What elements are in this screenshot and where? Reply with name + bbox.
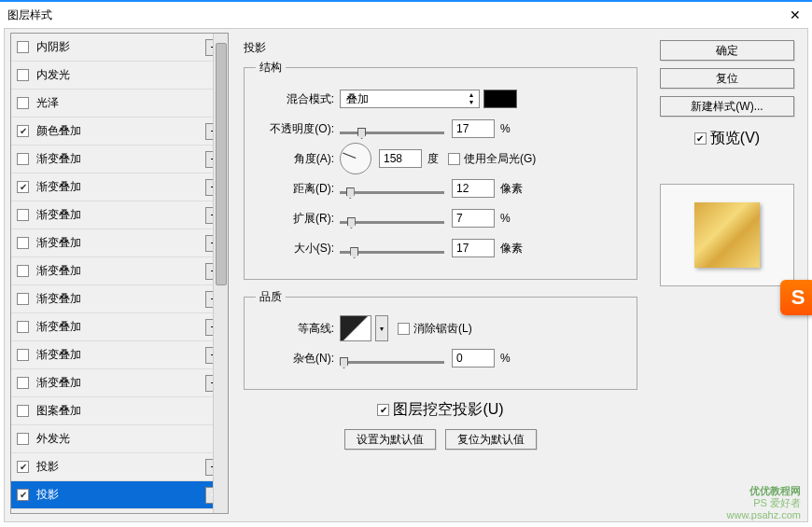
angle-input[interactable]: 158 [379, 149, 422, 168]
settings-panel: 投影 结构 混合模式: 叠加 ▴▾ 不透明度(O): 17 % [229, 33, 652, 518]
angle-dial[interactable] [340, 143, 371, 174]
effect-checkbox[interactable] [17, 181, 29, 193]
effect-row[interactable]: 渐变叠加+ [11, 341, 228, 369]
effect-checkbox[interactable] [17, 405, 29, 417]
quality-group: 品质 等高线: ▾ 消除锯齿(L) 杂色(N): 0 % [244, 289, 637, 390]
effect-label: 渐变叠加 [36, 207, 81, 223]
effect-row[interactable]: 颜色叠加+ [11, 118, 228, 146]
effect-checkbox[interactable] [17, 97, 29, 109]
effect-label: 投影 [36, 459, 59, 475]
reset-button[interactable]: 复位 [660, 68, 794, 89]
effect-row[interactable]: 渐变叠加+ [11, 173, 228, 201]
spread-label: 扩展(R): [256, 211, 334, 227]
effect-row[interactable]: 内发光 [11, 62, 228, 90]
distance-label: 距离(D): [256, 181, 334, 197]
angle-unit: 度 [427, 151, 439, 167]
structure-legend: 结构 [256, 60, 286, 76]
effect-checkbox[interactable] [17, 41, 29, 53]
effect-row[interactable]: 光泽 [11, 90, 228, 118]
noise-input[interactable]: 0 [452, 349, 495, 368]
size-input[interactable]: 17 [452, 239, 495, 257]
effect-row[interactable]: 渐变叠加+ [11, 313, 228, 341]
effect-label: 内阴影 [36, 39, 70, 55]
effect-row[interactable]: 外发光 [11, 425, 228, 453]
effect-label: 渐变叠加 [36, 179, 81, 195]
effect-label: 渐变叠加 [36, 263, 81, 279]
quality-legend: 品质 [256, 289, 286, 305]
antialias-label: 消除锯齿(L) [413, 321, 472, 337]
effect-row[interactable]: 内阴影+ [11, 34, 228, 62]
layer-style-dialog: 图层样式 ✕ 内阴影+内发光光泽颜色叠加+渐变叠加+渐变叠加+渐变叠加+渐变叠加… [0, 0, 812, 527]
spread-slider[interactable] [340, 215, 444, 221]
panel-title: 投影 [244, 40, 637, 56]
sogou-ime-icon[interactable]: S [780, 280, 812, 315]
size-slider[interactable] [340, 245, 444, 251]
ok-button[interactable]: 确定 [660, 40, 794, 61]
effect-checkbox[interactable] [17, 461, 29, 473]
opacity-input[interactable]: 17 [452, 119, 495, 138]
effect-label: 渐变叠加 [36, 235, 81, 251]
effect-label: 颜色叠加 [36, 123, 81, 139]
size-unit: 像素 [500, 241, 523, 257]
global-light-checkbox[interactable] [448, 153, 460, 165]
distance-input[interactable]: 12 [452, 179, 495, 198]
contour-dropdown[interactable]: ▾ [375, 315, 388, 341]
preview-checkbox[interactable] [694, 132, 707, 145]
effect-row[interactable]: 图案叠加 [11, 397, 228, 425]
scrollbar[interactable] [213, 34, 228, 513]
preview-box [660, 184, 794, 286]
distance-slider[interactable] [340, 186, 444, 191]
effect-checkbox[interactable] [17, 69, 29, 81]
titlebar: 图层样式 ✕ [0, 0, 812, 28]
distance-unit: 像素 [500, 181, 523, 197]
effect-row[interactable]: 渐变叠加+ [11, 146, 228, 173]
opacity-slider[interactable] [340, 126, 444, 132]
set-default-button[interactable]: 设置为默认值 [344, 429, 436, 450]
effect-checkbox[interactable] [17, 125, 29, 137]
scrollbar-thumb[interactable] [216, 43, 227, 285]
effect-row[interactable]: 渐变叠加+ [11, 201, 228, 229]
effect-checkbox[interactable] [17, 153, 29, 165]
effect-row[interactable]: 渐变叠加+ [11, 285, 228, 313]
effects-panel: 内阴影+内发光光泽颜色叠加+渐变叠加+渐变叠加+渐变叠加+渐变叠加+渐变叠加+渐… [10, 33, 229, 518]
effect-checkbox[interactable] [17, 321, 29, 333]
effect-row[interactable]: 渐变叠加+ [11, 369, 228, 397]
effect-label: 内发光 [36, 67, 70, 83]
blend-mode-dropdown[interactable]: 叠加 ▴▾ [340, 90, 480, 108]
contour-label: 等高线: [256, 321, 334, 337]
noise-slider[interactable] [340, 355, 444, 361]
effect-checkbox[interactable] [17, 237, 29, 249]
knockout-checkbox[interactable] [377, 404, 389, 416]
reset-default-button[interactable]: 复位为默认值 [445, 429, 537, 450]
effect-checkbox[interactable] [17, 293, 29, 305]
effect-row[interactable]: 投影+ [11, 453, 228, 481]
effect-label: 光泽 [36, 95, 59, 111]
blend-mode-value: 叠加 [346, 91, 369, 107]
close-icon[interactable]: ✕ [786, 6, 805, 24]
effect-row[interactable]: 渐变叠加+ [11, 229, 228, 257]
effect-checkbox[interactable] [17, 433, 29, 445]
effect-label: 外发光 [36, 431, 70, 447]
opacity-unit: % [500, 122, 511, 135]
effect-row[interactable]: 渐变叠加+ [11, 257, 228, 285]
effect-label: 渐变叠加 [36, 375, 81, 391]
effect-checkbox[interactable] [17, 377, 29, 389]
action-panel: 确定 复位 新建样式(W)... 预览(V) [652, 33, 802, 518]
color-swatch[interactable] [483, 90, 517, 108]
dropdown-arrows-icon: ▴▾ [469, 91, 473, 106]
effect-row[interactable]: 投影+ [11, 481, 228, 509]
effect-label: 投影 [36, 487, 59, 503]
effect-label: 渐变叠加 [36, 319, 81, 335]
effect-label: 图案叠加 [36, 403, 81, 419]
effect-checkbox[interactable] [17, 489, 29, 501]
effect-checkbox[interactable] [17, 349, 29, 361]
spread-input[interactable]: 7 [452, 209, 495, 228]
effect-checkbox[interactable] [17, 209, 29, 221]
watermark: 优优教程网 PS 爱好者 www.psahz.com [727, 485, 801, 521]
contour-picker[interactable] [340, 315, 371, 341]
effect-checkbox[interactable] [17, 265, 29, 277]
window-title: 图层样式 [7, 7, 52, 23]
new-style-button[interactable]: 新建样式(W)... [660, 96, 794, 117]
antialias-checkbox[interactable] [398, 323, 410, 335]
size-label: 大小(S): [256, 241, 334, 257]
